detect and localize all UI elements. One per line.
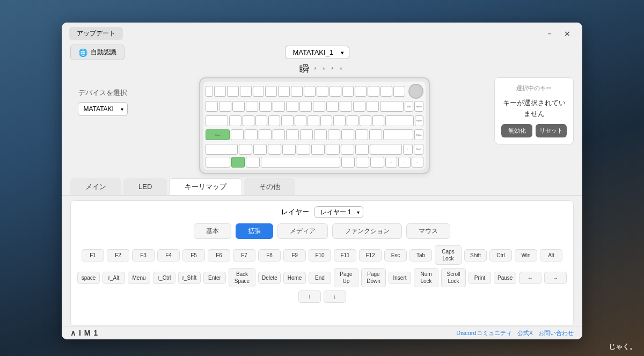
key-up[interactable]: ↑: [298, 290, 321, 303]
keymap-area: レイヤー レイヤー 1 基本 拡張 メディア ファンクション マウス F1 F2…: [70, 200, 574, 326]
key-F5[interactable]: F5: [182, 249, 205, 261]
right-panel-buttons: 無効化 リセット: [501, 124, 567, 137]
keys-row-2: space r_Alt Menu r_Ctrl r_Shft Enter Bac…: [78, 268, 566, 287]
key-Home[interactable]: Home: [283, 272, 306, 284]
key-F1[interactable]: F1: [82, 249, 104, 261]
right-panel-title: 選択中のキー: [501, 84, 567, 92]
tab-other[interactable]: その他: [244, 178, 295, 195]
reset-button[interactable]: リセット: [536, 124, 567, 137]
key-Tab[interactable]: Tab: [409, 249, 432, 261]
key-F11[interactable]: F11: [334, 249, 356, 261]
auto-detect-label: 自動認識: [91, 48, 116, 57]
device-dropdown-wrap: MATATAKI_1: [285, 46, 349, 59]
device-select-dropdown[interactable]: MATATAKI: [78, 102, 128, 116]
keys-row-1: F1 F2 F3 F4 F5 F6 F7 F8 F9 F10 F11 F12 E…: [78, 245, 566, 265]
title-bar: アップデート － ✕: [62, 23, 582, 45]
km-tab-basic[interactable]: 基本: [194, 223, 231, 239]
discord-link[interactable]: Discordコミュニティ: [456, 329, 511, 337]
logo: ∧ I M 1: [70, 329, 98, 337]
layer-dropdown[interactable]: レイヤー 1: [314, 206, 363, 218]
right-panel-status: キーが選択されていません: [501, 98, 567, 119]
update-button[interactable]: アップデート: [69, 27, 123, 40]
left-panel: デバイスを選択 MATATAKI: [70, 77, 135, 116]
key-Alt[interactable]: Alt: [540, 249, 562, 261]
footer: ∧ I M 1 Discordコミュニティ 公式X お問い合わせ: [62, 326, 582, 339]
key-down[interactable]: ↓: [324, 290, 346, 303]
globe-icon: 🌐: [78, 48, 87, 57]
keyboard-visual: Del Home PgUp Caps: [141, 77, 488, 174]
key-F9[interactable]: F9: [283, 249, 306, 261]
key-Delete[interactable]: Delete: [258, 272, 281, 284]
key-F8[interactable]: F8: [258, 249, 281, 261]
watermark: じゃく。: [609, 342, 636, 352]
close-button[interactable]: ✕: [560, 28, 575, 39]
keys-grid: F1 F2 F3 F4 F5 F6 F7 F8 F9 F10 F11 F12 E…: [78, 245, 566, 303]
key-Esc[interactable]: Esc: [384, 249, 407, 261]
key-Pause[interactable]: Pause: [494, 272, 516, 284]
tab-keymap[interactable]: キーリマップ: [169, 178, 242, 195]
key-Enter[interactable]: Enter: [203, 272, 226, 284]
keyboard-image: Del Home PgUp Caps: [199, 77, 430, 174]
km-tab-mouse[interactable]: マウス: [406, 223, 450, 239]
tab-led[interactable]: LED: [123, 178, 167, 195]
official-link[interactable]: 公式X: [517, 329, 533, 337]
key-NumLock[interactable]: NumLock: [414, 268, 438, 287]
key-F7[interactable]: F7: [233, 249, 255, 261]
keys-row-3: ↑ ↓: [78, 290, 566, 303]
key-PageUp[interactable]: PageUp: [334, 268, 358, 287]
tab-main[interactable]: メイン: [70, 178, 121, 195]
keyboard-subtitle: * * * *: [314, 66, 345, 74]
key-F10[interactable]: F10: [309, 249, 331, 261]
key-F2[interactable]: F2: [107, 249, 129, 261]
key-F6[interactable]: F6: [208, 249, 230, 261]
key-Print[interactable]: Print: [469, 272, 491, 284]
key-r_Ctrl[interactable]: r_Ctrl: [153, 272, 175, 284]
key-Insert[interactable]: Insert: [389, 272, 411, 284]
key-Menu[interactable]: Menu: [128, 272, 150, 284]
device-dropdown[interactable]: MATATAKI_1: [285, 46, 349, 59]
key-CapsLock[interactable]: CapsLock: [435, 245, 462, 265]
device-select-wrap: MATATAKI: [78, 102, 128, 116]
layer-dropdown-wrap: レイヤー 1: [314, 206, 363, 218]
support-link[interactable]: お問い合わせ: [538, 329, 574, 337]
app-window: アップデート － ✕ 🌐 自動認識 MATATAKI_1 瞬 * * * * デ…: [62, 23, 582, 339]
km-tab-function[interactable]: ファンクション: [332, 223, 402, 239]
key-End[interactable]: End: [309, 272, 331, 284]
key-right[interactable]: →: [544, 272, 567, 284]
auto-detect-button[interactable]: 🌐 自動認識: [70, 45, 125, 60]
footer-links: Discordコミュニティ 公式X お問い合わせ: [456, 329, 574, 337]
layer-label: レイヤー: [281, 207, 309, 217]
keyboard-title: 瞬: [299, 63, 309, 74]
key-r_Alt[interactable]: r_Alt: [103, 272, 125, 284]
main-tabs: メイン LED キーリマップ その他: [62, 178, 582, 196]
key-F4[interactable]: F4: [157, 249, 180, 261]
key-r_Shift[interactable]: r_Shft: [178, 272, 201, 284]
key-space[interactable]: space: [77, 272, 100, 284]
key-Win[interactable]: Win: [515, 249, 537, 261]
key-F3[interactable]: F3: [132, 249, 155, 261]
key-left[interactable]: ←: [519, 272, 541, 284]
device-select-label: デバイスを選択: [78, 88, 127, 98]
layer-row: レイヤー レイヤー 1: [78, 206, 566, 218]
km-tab-media[interactable]: メディア: [277, 223, 328, 239]
key-PageDown[interactable]: PageDown: [361, 268, 386, 287]
minimize-button[interactable]: －: [541, 28, 558, 40]
key-F12[interactable]: F12: [359, 249, 382, 261]
keyboard-decoration: Del Home PgUp Caps: [203, 82, 426, 170]
keymap-subtabs: 基本 拡張 メディア ファンクション マウス: [78, 223, 566, 239]
disable-button[interactable]: 無効化: [501, 124, 532, 137]
km-tab-extended[interactable]: 拡張: [236, 223, 273, 239]
key-Shift[interactable]: Shift: [464, 249, 487, 261]
key-ScrollLock[interactable]: ScrollLock: [441, 268, 466, 287]
right-panel: 選択中のキー キーが選択されていません 無効化 リセット: [494, 77, 574, 144]
key-BackSpace[interactable]: BackSpace: [229, 268, 255, 287]
key-Ctrl[interactable]: Ctrl: [489, 249, 512, 261]
